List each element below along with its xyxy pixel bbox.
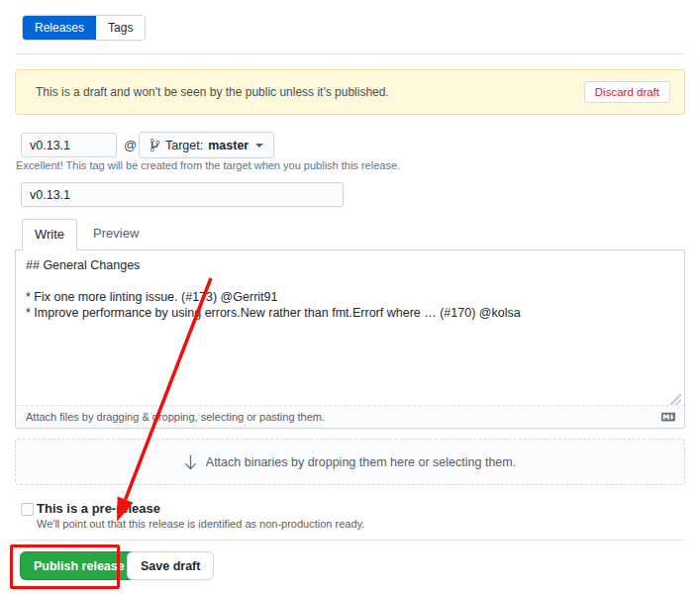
git-branch-icon [150, 138, 160, 152]
release-edit-page: Releases Tags This is a draft and won't … [0, 0, 700, 594]
attach-files-hint: Attach files by dragging & dropping, sel… [26, 411, 660, 423]
releases-tags-switch: Releases Tags [22, 15, 146, 41]
attach-binaries-hint: Attach binaries by dropping them here or… [206, 455, 516, 469]
target-prefix-label: Target: [165, 139, 203, 152]
target-branch-dropdown[interactable]: Target: master [139, 132, 274, 158]
discard-draft-button[interactable]: Discard draft [584, 81, 670, 103]
editor-tab-bar: Write Preview [15, 220, 685, 250]
markdown-icon[interactable] [660, 410, 676, 424]
release-body-textarea[interactable]: ## General Changes * Fix one more lintin… [16, 250, 684, 405]
tab-tags[interactable]: Tags [96, 16, 145, 40]
prerelease-label[interactable]: This is a pre-release [37, 501, 160, 516]
footer-divider [15, 540, 685, 541]
target-branch-name: master [208, 139, 249, 152]
attach-binaries-dropzone[interactable]: Attach binaries by dropping them here or… [15, 439, 685, 485]
draft-banner: This is a draft and won't be seen by the… [15, 69, 685, 115]
tab-write[interactable]: Write [22, 219, 77, 250]
attach-files-bar[interactable]: Attach files by dragging & dropping, sel… [16, 405, 684, 428]
header-divider [15, 53, 685, 54]
tab-releases[interactable]: Releases [23, 16, 96, 40]
tag-name-input[interactable] [21, 133, 117, 157]
down-arrow-icon [184, 453, 197, 471]
draft-banner-text: This is a draft and won't be seen by the… [36, 85, 584, 99]
prerelease-checkbox[interactable] [21, 503, 34, 516]
prerelease-note: We'll point out that this release is ide… [37, 518, 364, 530]
release-title-input[interactable] [21, 182, 344, 207]
tag-helper-text: Excellent! This tag will be created from… [16, 159, 400, 171]
save-draft-button[interactable]: Save draft [127, 551, 214, 580]
resize-grip[interactable] [670, 394, 681, 405]
publish-release-button[interactable]: Publish release [20, 551, 139, 580]
dropdown-caret-icon [255, 144, 263, 148]
tab-preview[interactable]: Preview [82, 219, 150, 249]
at-symbol: @ [124, 138, 137, 152]
release-body-editor: ## General Changes * Fix one more lintin… [15, 250, 685, 429]
